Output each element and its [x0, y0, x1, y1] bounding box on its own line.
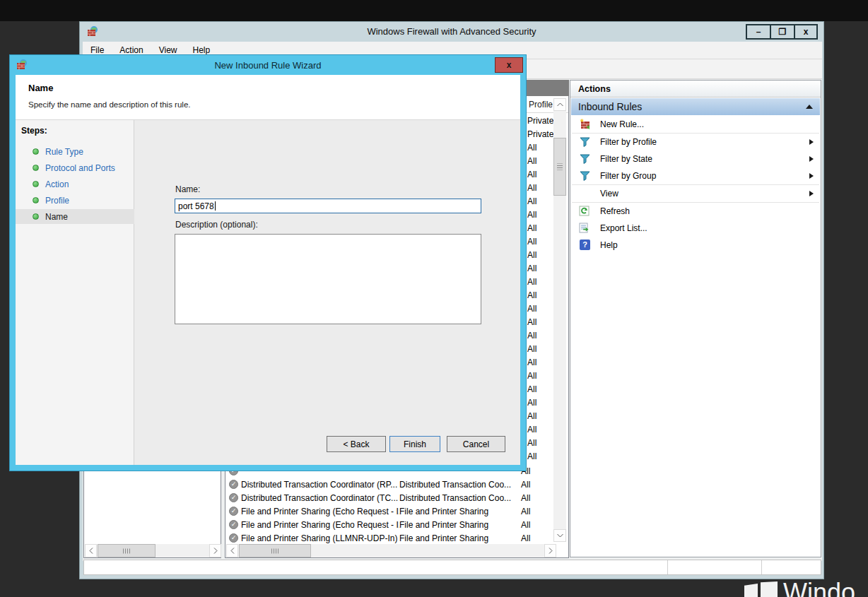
back-button[interactable]: < Back — [327, 436, 386, 452]
filter-icon — [579, 170, 593, 182]
windows-watermark-text: Windo — [783, 578, 855, 597]
step-label[interactable]: Profile — [45, 196, 69, 206]
profile-cell: All — [527, 195, 553, 208]
action-refresh[interactable]: Refresh — [570, 203, 821, 220]
scroll-right-icon[interactable] — [209, 544, 221, 557]
action-filter-by-profile[interactable]: Filter by Profile — [570, 134, 821, 150]
step-label[interactable]: Action — [45, 179, 69, 189]
rule-group-cell: File and Printer Sharing — [399, 520, 521, 530]
rule-name-value: port 5678 — [178, 201, 214, 211]
profile-cell: All — [527, 410, 553, 423]
step-label[interactable]: Rule Type — [45, 147, 83, 157]
wizard-titlebar[interactable]: New Inbound Rule Wizard x — [10, 55, 526, 75]
rule-profile-cell: All — [521, 520, 549, 530]
scroll-down-icon[interactable] — [553, 529, 566, 542]
tree-horizontal-scrollbar[interactable] — [85, 544, 221, 557]
rule-profile-cell: All — [521, 480, 549, 490]
scrollbar-thumb[interactable] — [239, 544, 311, 557]
wizard-page-title: Name — [28, 83, 53, 93]
main-titlebar[interactable]: Windows Firewall with Advanced Security … — [80, 22, 823, 42]
action-view[interactable]: View — [570, 185, 821, 202]
status-divider — [667, 560, 668, 574]
desktop: Windows Firewall with Advanced Security … — [0, 0, 868, 597]
rules-pane-title-remnant — [527, 80, 569, 96]
step-label[interactable]: Name — [45, 212, 68, 222]
rule-group-cell: File and Printer Sharing — [399, 507, 521, 516]
steps-label: Steps: — [21, 126, 47, 136]
rule-row[interactable]: ✓Distributed Transaction Coordinator (TC… — [226, 491, 553, 504]
scrollbar-thumb[interactable] — [98, 544, 156, 557]
step-action[interactable]: Action — [16, 177, 134, 191]
action-label: Help — [600, 240, 814, 250]
rule-description-textarea[interactable] — [175, 234, 481, 324]
scroll-right-icon[interactable] — [544, 544, 556, 557]
column-header-profile[interactable]: Profile — [529, 100, 553, 110]
rule-profile-cell: All — [521, 507, 549, 516]
wizard-body: Name Specify the name and description of… — [16, 75, 520, 465]
profile-cell: All — [527, 235, 553, 249]
list-horizontal-scrollbar[interactable] — [226, 544, 556, 557]
wizard-page-subtitle: Specify the name and description of this… — [28, 100, 191, 109]
profile-cell: All — [527, 396, 553, 410]
rule-row[interactable]: ✓Distributed Transaction Coordinator (RP… — [226, 478, 553, 491]
scrollbar-thumb[interactable] — [553, 138, 566, 196]
profile-cell: Private — [527, 128, 553, 141]
scroll-left-icon[interactable] — [226, 544, 238, 557]
actions-section-inbound-rules[interactable]: Inbound Rules — [571, 98, 820, 115]
profile-cell: All — [527, 262, 553, 276]
action-new-rule[interactable]: New Rule... — [570, 116, 821, 133]
maximize-button[interactable]: ❐ — [770, 24, 794, 40]
column-separator — [526, 98, 527, 112]
new-inbound-rule-wizard-dialog: New Inbound Rule Wizard x Name Specify t… — [10, 55, 526, 471]
main-window-title: Windows Firewall with Advanced Security — [80, 26, 823, 37]
rule-name-input[interactable]: port 5678 — [175, 199, 481, 213]
status-divider — [761, 560, 762, 574]
rule-row[interactable]: ✓File and Printer Sharing (Echo Request … — [226, 504, 553, 518]
cancel-button[interactable]: Cancel — [447, 436, 505, 452]
action-label: Filter by Profile — [600, 137, 809, 147]
window-controls: – ❐ x — [746, 24, 818, 40]
minimize-button[interactable]: – — [746, 24, 770, 40]
scroll-up-icon[interactable] — [553, 98, 566, 111]
rule-enabled-icon: ✓ — [229, 507, 238, 516]
step-rule-type[interactable]: Rule Type — [16, 144, 134, 159]
profile-cell: All — [527, 155, 553, 168]
profile-cell: All — [527, 222, 553, 235]
step-profile[interactable]: Profile — [16, 193, 134, 208]
list-vertical-scrollbar[interactable] — [553, 98, 566, 542]
finish-button[interactable]: Finish — [389, 436, 440, 452]
action-help[interactable]: ? Help — [570, 237, 821, 254]
step-name-current[interactable]: Name — [16, 209, 134, 224]
text-caret — [215, 201, 216, 211]
desktop-top-band — [0, 0, 868, 21]
rule-profile-cell: All — [521, 533, 549, 543]
rule-name-cell: File and Printer Sharing (LLMNR-UDP-In) — [241, 533, 399, 543]
profile-cell: All — [527, 356, 553, 370]
profile-cell: All — [527, 383, 553, 396]
profile-cell: All — [527, 141, 553, 155]
scroll-left-icon[interactable] — [85, 544, 97, 557]
submenu-arrow-icon — [809, 191, 814, 196]
export-list-icon — [579, 223, 593, 234]
rule-row[interactable]: ✓File and Printer Sharing (LLMNR-UDP-In)… — [226, 531, 553, 545]
step-label[interactable]: Protocol and Ports — [45, 163, 115, 173]
rule-row[interactable]: ✓File and Printer Sharing (Echo Request … — [226, 518, 553, 531]
action-filter-by-group[interactable]: Filter by Group — [570, 167, 821, 184]
description-field-label: Description (optional): — [175, 220, 258, 230]
step-bullet-icon — [33, 213, 39, 220]
action-filter-by-state[interactable]: Filter by State — [570, 150, 821, 167]
rule-enabled-icon: ✓ — [229, 480, 238, 489]
collapse-icon[interactable] — [806, 105, 813, 109]
profile-cell: All — [527, 168, 553, 182]
close-button[interactable]: x — [794, 24, 818, 40]
action-label: Filter by State — [600, 154, 809, 164]
new-rule-icon — [579, 119, 593, 130]
step-protocol-and-ports[interactable]: Protocol and Ports — [16, 160, 134, 175]
rule-enabled-icon: ✓ — [229, 493, 238, 502]
action-export-list[interactable]: Export List... — [570, 220, 821, 237]
refresh-icon — [579, 206, 593, 217]
profile-cell: All — [527, 182, 553, 195]
step-bullet-icon — [33, 197, 39, 203]
submenu-arrow-icon — [809, 156, 814, 162]
wizard-close-button[interactable]: x — [495, 57, 523, 73]
